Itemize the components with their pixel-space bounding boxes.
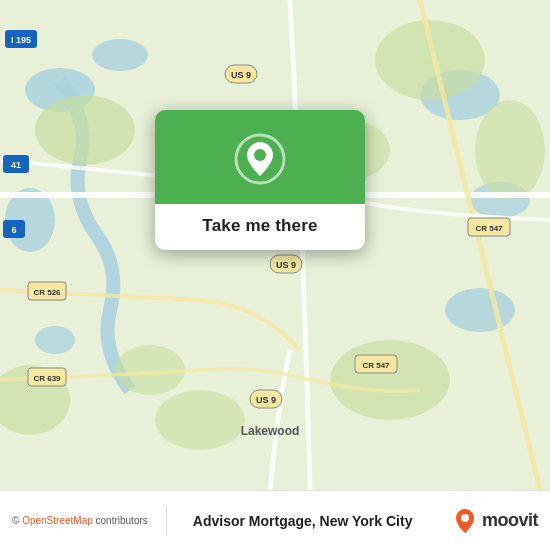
osm-link[interactable]: OpenStreetMap: [22, 515, 93, 526]
bottom-bar: © OpenStreetMap contributors Advisor Mor…: [0, 490, 550, 550]
moovit-pin-icon: [451, 507, 479, 535]
popup-card: Take me there: [155, 110, 365, 250]
svg-text:Lakewood: Lakewood: [241, 424, 300, 438]
separator: [166, 506, 167, 536]
svg-point-11: [330, 340, 450, 420]
svg-point-40: [461, 514, 469, 522]
svg-point-8: [35, 95, 135, 165]
svg-point-13: [155, 390, 245, 450]
moovit-text: moovit: [482, 510, 538, 531]
svg-point-7: [35, 326, 75, 354]
svg-text:CR 526: CR 526: [33, 288, 61, 297]
svg-point-5: [445, 288, 515, 332]
svg-point-10: [475, 100, 545, 200]
svg-text:41: 41: [11, 160, 21, 170]
svg-text:US 9: US 9: [256, 395, 276, 405]
svg-point-39: [254, 149, 266, 161]
svg-text:6: 6: [11, 225, 16, 235]
svg-text:CR 639: CR 639: [33, 374, 61, 383]
svg-text:I 195: I 195: [11, 35, 31, 45]
svg-text:CR 547: CR 547: [362, 361, 390, 370]
map-container: I 195 US 9 US 9 US 9 41 6 CR 526 CR 639 …: [0, 0, 550, 490]
svg-text:US 9: US 9: [231, 70, 251, 80]
osm-copyright: © OpenStreetMap contributors: [12, 515, 148, 526]
svg-text:US 9: US 9: [276, 260, 296, 270]
svg-text:CR 547: CR 547: [475, 224, 503, 233]
moovit-logo: moovit: [451, 507, 538, 535]
take-me-there-button[interactable]: Take me there: [186, 204, 333, 250]
place-title: Advisor Mortgage, New York City: [193, 513, 441, 529]
svg-point-2: [92, 39, 148, 71]
popup-green-area: [155, 110, 365, 204]
location-pin-icon: [233, 132, 287, 186]
